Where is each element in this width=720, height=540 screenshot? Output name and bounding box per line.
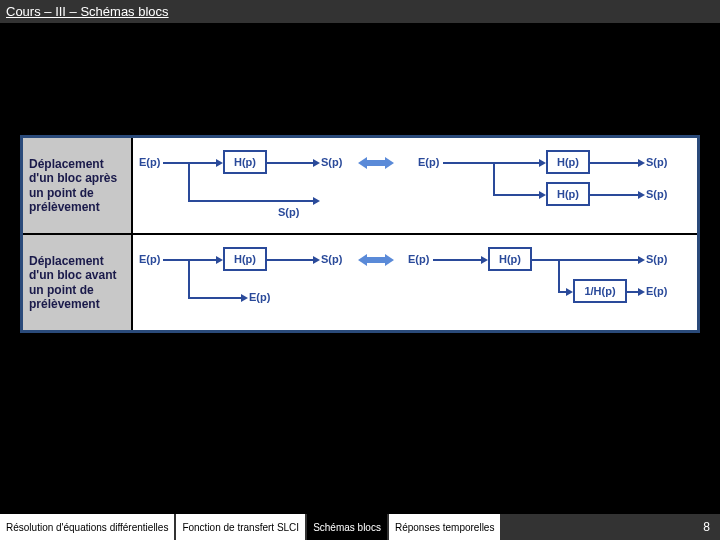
block-H: H(p) [223, 150, 267, 174]
block-invH: 1/H(p) [573, 279, 627, 303]
tab-transfert[interactable]: Fonction de transfert SLCI [176, 514, 307, 540]
wire [433, 259, 483, 261]
wire [188, 259, 190, 299]
block-H: H(p) [546, 182, 590, 206]
block-H: H(p) [223, 247, 267, 271]
arrow-icon [313, 197, 320, 205]
diagram-table: Déplacement d'un bloc après un point de … [20, 135, 700, 333]
arrow-icon [638, 256, 645, 264]
table-row: Déplacement d'un bloc avant un point de … [23, 235, 697, 330]
arrow-icon [241, 294, 248, 302]
svg-marker-0 [358, 157, 394, 169]
signal-S: S(p) [321, 253, 342, 265]
equiv-arrow-icon [358, 253, 394, 267]
wire [590, 194, 640, 196]
row-diagram: E(p) H(p) S(p) S(p) E(p) [133, 138, 697, 233]
signal-S: S(p) [646, 188, 667, 200]
tab-resolution[interactable]: Résolution d'équations différentielles [0, 514, 176, 540]
wire [188, 297, 243, 299]
footer-tabs: Résolution d'équations différentielles F… [0, 514, 720, 540]
arrow-icon [481, 256, 488, 264]
signal-E: E(p) [139, 253, 160, 265]
page-number: 8 [703, 520, 710, 534]
arrow-icon [539, 159, 546, 167]
arrow-icon [216, 256, 223, 264]
signal-E: E(p) [139, 156, 160, 168]
signal-E: E(p) [249, 291, 270, 303]
row-label: Déplacement d'un bloc avant un point de … [29, 254, 125, 312]
equiv-arrow-icon [358, 156, 394, 170]
row-diagram: E(p) H(p) S(p) E(p) E(p) [133, 235, 697, 330]
arrow-icon [216, 159, 223, 167]
wire [493, 194, 541, 196]
slide-title: Cours – III – Schémas blocs [6, 4, 169, 19]
wire [163, 259, 218, 261]
arrow-icon [566, 288, 573, 296]
tab-schemas[interactable]: Schémas blocs [307, 514, 389, 540]
arrow-icon [638, 191, 645, 199]
signal-S: S(p) [278, 206, 299, 218]
wire [590, 162, 640, 164]
table-row: Déplacement d'un bloc après un point de … [23, 138, 697, 235]
wire [163, 162, 218, 164]
svg-marker-1 [358, 254, 394, 266]
arrow-icon [313, 159, 320, 167]
arrow-icon [638, 288, 645, 296]
arrow-icon [539, 191, 546, 199]
tab-reponses[interactable]: Réponses temporelles [389, 514, 503, 540]
block-H: H(p) [488, 247, 532, 271]
slide-header: Cours – III – Schémas blocs [0, 0, 720, 23]
signal-S: S(p) [646, 253, 667, 265]
wire [443, 162, 541, 164]
wire [188, 200, 315, 202]
diagram-table-container: Déplacement d'un bloc après un point de … [20, 135, 700, 333]
wire [188, 162, 190, 202]
arrow-icon [313, 256, 320, 264]
signal-E: E(p) [408, 253, 429, 265]
wire [267, 162, 315, 164]
wire [532, 259, 640, 261]
signal-S: S(p) [321, 156, 342, 168]
signal-E: E(p) [646, 285, 667, 297]
wire [558, 259, 560, 293]
wire [493, 162, 495, 196]
row-label-cell: Déplacement d'un bloc après un point de … [23, 138, 133, 233]
arrow-icon [638, 159, 645, 167]
signal-E: E(p) [418, 156, 439, 168]
wire [267, 259, 315, 261]
block-H: H(p) [546, 150, 590, 174]
row-label: Déplacement d'un bloc après un point de … [29, 157, 125, 215]
signal-S: S(p) [646, 156, 667, 168]
row-label-cell: Déplacement d'un bloc avant un point de … [23, 235, 133, 330]
